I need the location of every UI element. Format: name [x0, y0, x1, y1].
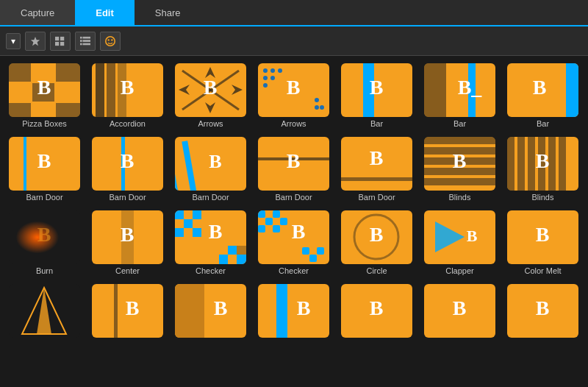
transition-color-melt[interactable]: B Color Melt [504, 210, 581, 275]
svg-rect-135 [258, 284, 329, 338]
star-button[interactable] [25, 32, 46, 51]
transition-bar-3[interactable]: B Bar [504, 63, 581, 128]
transition-blinds-2[interactable]: B Blinds [504, 137, 581, 202]
svg-point-39 [263, 68, 268, 73]
transition-preview: B [507, 63, 578, 117]
transition-label: Circle [366, 266, 387, 275]
transition-barndoor-3[interactable]: B Barn Door [172, 137, 249, 202]
settings-button[interactable] [100, 32, 121, 51]
transition-preview: B [424, 137, 495, 191]
svg-marker-0 [31, 36, 40, 45]
transition-row4f[interactable]: B [421, 284, 498, 340]
filter-dropdown[interactable]: ▾ [6, 33, 21, 49]
transition-label: Barn Door [26, 193, 62, 202]
svg-text:B: B [453, 149, 467, 172]
svg-text:B: B [536, 223, 550, 246]
transition-label: Arrows [198, 119, 223, 128]
grid-view-button[interactable] [50, 32, 71, 51]
transition-label: Bar [537, 119, 549, 128]
svg-rect-103 [237, 255, 246, 264]
transition-checker-2[interactable]: B Checker [255, 210, 332, 275]
transition-row4b[interactable]: B [89, 284, 166, 340]
tab-share[interactable]: Share [135, 0, 201, 25]
transition-row4c[interactable]: B [172, 284, 249, 340]
transition-circle[interactable]: B Circle [338, 210, 415, 275]
top-navigation: Capture Edit Share [0, 0, 588, 26]
svg-text:B: B [209, 220, 223, 243]
transition-preview: B [175, 137, 246, 191]
svg-rect-6 [83, 40, 91, 42]
svg-point-43 [270, 76, 275, 80]
transition-row4d[interactable]: B [255, 284, 332, 340]
svg-rect-15 [9, 63, 31, 82]
svg-text:B: B [121, 76, 135, 99]
transition-arrows-2[interactable]: B Arrows [255, 63, 332, 128]
grid-icon [55, 36, 65, 46]
svg-text:B: B [121, 149, 135, 172]
transition-row4a[interactable] [6, 284, 83, 340]
transition-label: Barn Door [109, 193, 146, 202]
transition-barndoor-5[interactable]: B Barn Door [338, 137, 415, 202]
transition-label: Accordion [110, 119, 146, 128]
svg-text:B: B [370, 223, 384, 246]
transition-accordion[interactable]: B Accordion [89, 63, 166, 128]
svg-text:B: B [37, 223, 51, 246]
svg-text:B: B [370, 297, 384, 319]
transition-barndoor-1[interactable]: B Barn Door [6, 137, 83, 202]
star-icon [30, 35, 40, 47]
svg-rect-102 [228, 246, 237, 255]
svg-point-44 [263, 83, 268, 88]
transition-bar-1[interactable]: B Bar [338, 63, 415, 128]
transition-preview: B [9, 63, 80, 117]
transition-label: Checker [279, 266, 309, 275]
transition-label: Bar [370, 119, 383, 128]
transition-label: Barn Door [358, 193, 395, 202]
transition-barndoor-2[interactable]: B Barn Door [89, 137, 166, 202]
svg-text:B: B [533, 76, 547, 99]
tab-capture[interactable]: Capture [0, 0, 75, 25]
svg-rect-100 [175, 228, 184, 237]
svg-rect-57 [566, 63, 578, 117]
transition-center[interactable]: B Center [89, 210, 166, 275]
transition-checker-1[interactable]: B Checker [172, 210, 249, 275]
transition-label: Color Melt [524, 266, 561, 275]
svg-rect-133 [175, 284, 204, 338]
transition-preview: B [341, 210, 412, 264]
svg-rect-114 [302, 247, 309, 255]
transition-preview: B [424, 284, 495, 338]
transition-preview: B [341, 63, 412, 117]
svg-text:B: B [204, 76, 218, 99]
transition-bar-2[interactable]: B_ Bar [421, 63, 498, 128]
transition-preview: B [9, 210, 80, 264]
transition-row4e[interactable]: B [338, 284, 415, 340]
svg-rect-98 [184, 219, 193, 228]
svg-text:B: B [209, 151, 221, 172]
svg-text:B: B [453, 297, 467, 319]
svg-rect-27 [107, 63, 115, 117]
transition-barndoor-4[interactable]: B Barn Door [255, 137, 332, 202]
svg-rect-80 [424, 178, 495, 185]
svg-rect-4 [60, 41, 64, 45]
transition-row4g[interactable]: B [504, 284, 581, 340]
transition-burn[interactable]: B Burn [6, 210, 83, 275]
list-view-button[interactable] [75, 32, 96, 51]
svg-rect-2 [60, 36, 64, 40]
transition-preview: B [9, 137, 80, 191]
transition-arrows-1[interactable]: B Arrows [172, 63, 249, 128]
transition-pizza-boxes[interactable]: B Pizza Boxes [6, 63, 83, 128]
transition-preview: B [507, 210, 578, 264]
svg-text:B_: B_ [458, 76, 483, 99]
transition-clapper[interactable]: B Clapper [421, 210, 498, 275]
tab-edit[interactable]: Edit [75, 0, 135, 25]
svg-text:B: B [370, 146, 384, 169]
transition-preview: B [258, 63, 329, 117]
transition-blinds-1[interactable]: B Blinds [421, 137, 498, 202]
transition-preview: B [92, 284, 163, 338]
svg-rect-101 [193, 228, 201, 237]
transition-preview: B [507, 284, 578, 338]
transition-label: Bar [453, 119, 466, 128]
svg-text:B: B [287, 149, 301, 172]
svg-point-12 [108, 39, 110, 40]
svg-rect-10 [80, 43, 82, 45]
svg-point-46 [315, 98, 319, 102]
